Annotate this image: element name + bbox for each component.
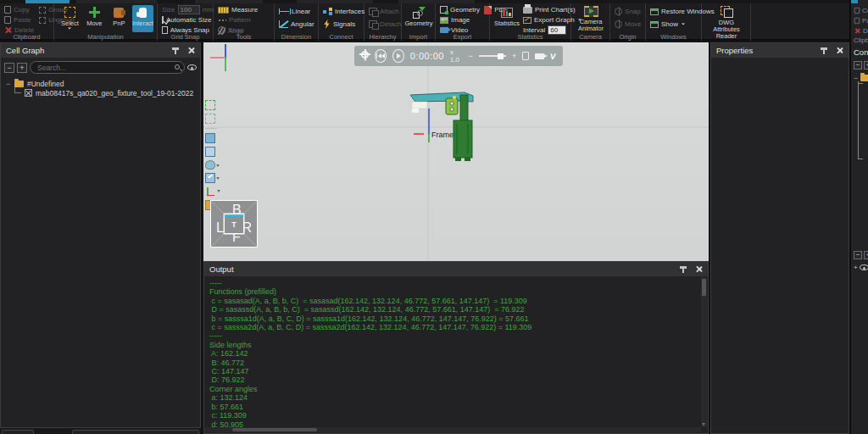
play-button[interactable] [392,49,404,63]
console-line: B: 46.772 [209,359,701,367]
interact-button[interactable]: Interact [132,5,153,32]
scrollbar-thumb[interactable] [702,279,706,296]
fit-view-button[interactable] [205,100,215,110]
dwg-attributes-reader-icon [721,6,733,18]
play-icon [397,53,401,58]
pin-icon[interactable] [680,265,687,273]
origin-move-button[interactable]: Move [615,19,642,29]
linear-button[interactable]: Linear [279,7,314,16]
attach-button[interactable]: Attach [369,7,398,16]
group-label-clipboard: Clipboard [0,33,53,41]
output-horizontal-scrollbar[interactable] [205,427,701,432]
move-button[interactable]: Move [83,5,106,32]
tree-node-component[interactable]: mab08417s_qa020_geo_fixture_tool_19-01-2… [6,88,200,97]
folder-icon [860,75,868,81]
reset-button[interactable] [375,49,387,63]
view-direction-button[interactable] [205,173,215,183]
view-cube[interactable]: B L R F T [210,200,258,248]
console-line: D: 76.922 [209,376,701,384]
simulation-settings-button[interactable] [361,51,369,62]
origin-snap-button[interactable]: Snap [615,7,642,16]
record-icon[interactable] [535,53,544,59]
collapse-all-button[interactable]: − [4,63,14,73]
cell-graph-header: Cell Graph [1,43,200,58]
paste-button[interactable]: Paste [4,15,34,25]
select-icon [64,7,75,18]
export-geometry-button[interactable]: Geometry [440,5,480,14]
group-label-dimension: Dimension [275,33,318,41]
tree-node-undefined[interactable]: − #Undefined [6,79,200,88]
expand-all-button[interactable]: + [17,63,27,73]
pin-icon[interactable] [172,47,179,54]
automatic-size-checkbox-row[interactable]: Automatic Size [162,15,209,25]
paste-icon [854,18,860,24]
measure-button[interactable]: Measure [231,6,258,14]
speed-slider[interactable] [479,55,506,57]
properties-panel: Properties [710,42,849,434]
pattern-button[interactable]: Pattern [229,16,251,24]
tree-lines [858,81,863,159]
ribbon-group-manipulation: Select Move PnP Interact Manipulation [54,3,158,41]
detach-button[interactable]: Detach [369,19,398,29]
export-image-button[interactable]: Image [440,15,486,25]
console-line: d: 50.905 [209,420,701,428]
statistics-button[interactable]: Statistics [494,5,520,32]
render-mode-button[interactable] [205,160,215,170]
scroll-down-arrow-icon[interactable] [702,423,705,426]
console-line: ----- [209,279,701,287]
interfaces-button[interactable]: Interfaces [323,7,360,16]
ribbon-group-origin: Snap Move Origin [610,3,646,41]
console-line: c: 119.309 [209,411,701,420]
image-icon [440,17,448,24]
expander-icon[interactable]: − [6,80,11,88]
origin-move-icon [615,20,622,28]
group-label-connect: Connect [319,33,364,41]
dwg-attributes-reader-button[interactable]: DWG Attributes Reader [706,5,747,32]
viewport-scene: Frame [203,42,709,261]
search-input[interactable] [37,64,170,72]
pnp-button[interactable]: PnP [108,5,131,32]
group-label-camera: Camera [571,33,609,41]
speed-increase-button[interactable]: + [512,52,516,60]
group-label-hierarchy: Hierarchy [364,33,401,41]
close-icon[interactable] [187,47,195,54]
gear-icon [361,51,369,58]
close-icon[interactable] [836,47,843,54]
restore-windows-button[interactable]: Restore Windows [650,7,698,16]
pin-icon[interactable] [821,47,827,54]
ribbon-group-import: Geometry Import [402,3,436,41]
angular-button[interactable]: Angular [279,19,314,29]
output-console[interactable]: -----Functions (prefilled) c = sasasad(A… [205,277,701,427]
automatic-size-checkbox[interactable] [162,16,164,24]
center-view-button[interactable] [205,114,215,124]
signals-button[interactable]: Signals [323,19,360,29]
camera-animator-button[interactable]: Camera Animator [576,5,606,32]
scrollbar-thumb[interactable] [232,428,317,431]
search-box[interactable] [30,61,185,74]
select-button[interactable]: Select [58,5,81,32]
console-line: C: 147.147 [209,367,701,376]
interact-hand-icon [139,8,147,18]
copy-icon [854,8,860,14]
orthographic-view-button[interactable] [205,147,215,157]
import-geometry-button[interactable]: Geometry [406,5,431,32]
viewport-3d[interactable]: Frame 0:00:00 x 1.0 − + V [203,42,709,261]
size-input[interactable] [178,5,200,14]
ribbon-group-connect: Interfaces Signals Connect [319,3,364,41]
print-icon [523,7,532,14]
copy-button[interactable]: Copy [4,5,34,14]
component-checkbox[interactable] [25,89,32,97]
visibility-eye-icon[interactable] [187,64,197,70]
group-label-export: Export [436,33,489,41]
view-cube-top[interactable]: T [225,214,244,234]
output-vertical-scrollbar[interactable] [701,277,707,427]
coordinate-axes-button[interactable] [205,186,215,197]
perspective-view-button[interactable] [205,133,215,143]
show-button[interactable]: Show [650,19,698,29]
report-icon[interactable] [522,52,529,60]
group-icon [39,7,46,14]
speed-decrease-button[interactable]: − [469,52,473,60]
close-icon[interactable] [695,265,703,273]
console-line: c = sasasad(A, a, B, b, C) = sasasad(162… [209,297,701,305]
select-dropdown-caret[interactable] [68,27,71,29]
